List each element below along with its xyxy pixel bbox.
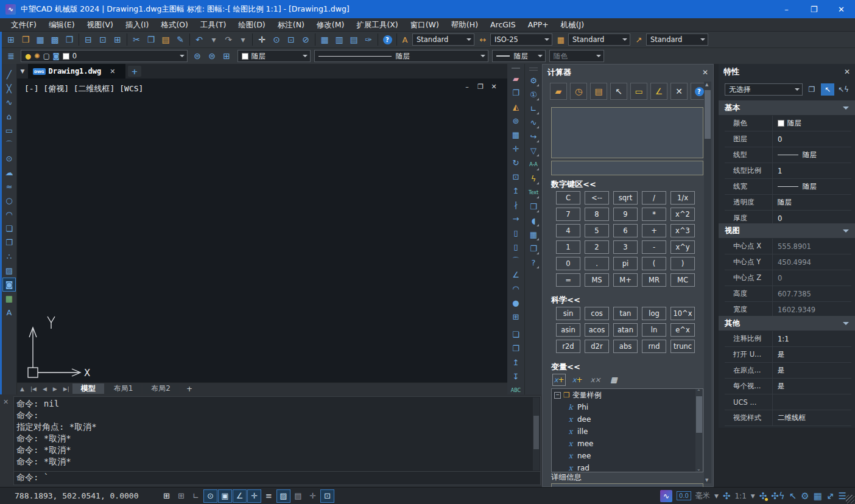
command-input[interactable]: 命令: ` bbox=[16, 472, 49, 483]
calc-key[interactable]: C bbox=[556, 191, 580, 205]
menu-item[interactable]: 编辑(E) bbox=[43, 18, 81, 32]
menu-item[interactable]: 绘图(D) bbox=[232, 18, 271, 32]
toggle-pickadd-button[interactable]: ↖ϟ bbox=[837, 83, 850, 96]
layout-prev-button[interactable]: ◀ bbox=[40, 386, 50, 392]
command-window-close-icon[interactable]: ✕ bbox=[3, 398, 9, 406]
calc-key[interactable]: / bbox=[642, 191, 666, 205]
viewport-restore-button[interactable]: ❐ bbox=[476, 82, 485, 91]
tool-palettes-button[interactable]: ▤ bbox=[347, 33, 361, 46]
dynamic-input-toggle[interactable]: ✛ bbox=[247, 489, 261, 503]
break-at-point-tool[interactable]: ▯ bbox=[509, 226, 522, 240]
table-style-combo[interactable]: ▦ Standard bbox=[555, 33, 630, 46]
standard-parts-button[interactable]: ⚙ bbox=[527, 74, 540, 88]
menu-item[interactable]: 插入(I) bbox=[119, 18, 155, 32]
calc-key[interactable]: 1 bbox=[556, 240, 580, 254]
property-value[interactable]: 0 bbox=[772, 270, 851, 285]
auto-annotation-button[interactable]: ✣ϟ bbox=[771, 491, 784, 502]
text-annotation-button[interactable]: Text bbox=[527, 186, 540, 200]
scale-tool[interactable]: ⊡ bbox=[509, 170, 522, 184]
property-value[interactable]: 二维线框 bbox=[772, 410, 851, 425]
menu-item[interactable]: 修改(M) bbox=[311, 18, 351, 32]
minimize-button[interactable]: – bbox=[773, 0, 800, 18]
design-center-button[interactable]: ▥ bbox=[332, 33, 347, 46]
calc-key[interactable]: 4 bbox=[556, 224, 580, 237]
cut-button[interactable]: ✂ bbox=[129, 33, 144, 46]
toolbar-grip[interactable] bbox=[512, 68, 520, 69]
layer-states-button[interactable]: ⊞ bbox=[219, 49, 234, 63]
keypad-section-title[interactable]: 数字键区<< bbox=[551, 179, 596, 190]
calculator-history-box[interactable] bbox=[551, 107, 703, 158]
transparency-toggle[interactable]: ▨ bbox=[276, 489, 290, 503]
make-block-tool[interactable]: ❐ bbox=[2, 236, 16, 250]
ellipse-tool[interactable]: ○ bbox=[2, 194, 16, 208]
calc-sci-key[interactable]: sin bbox=[556, 307, 580, 320]
toolbar-grip[interactable] bbox=[529, 68, 538, 71]
rotate-tool[interactable]: ↻ bbox=[509, 156, 522, 170]
calc-key[interactable]: 0 bbox=[556, 257, 580, 270]
zoom-realtime-button[interactable]: ⊙ bbox=[269, 33, 284, 46]
mleader-style-combo[interactable]: ↗ Standard bbox=[633, 33, 708, 46]
symbol-horn-button[interactable]: ◖ bbox=[527, 214, 540, 228]
array-tool[interactable]: ▦ bbox=[509, 128, 522, 142]
annotation-scale-value[interactable]: 1:1 bbox=[734, 492, 746, 500]
calculator-header[interactable]: 计算器 ✕ bbox=[543, 65, 713, 80]
property-value[interactable]: 随层 bbox=[772, 116, 851, 131]
calc-sci-key[interactable]: tan bbox=[613, 307, 638, 320]
paste-button[interactable]: ▤ bbox=[158, 33, 173, 46]
property-value[interactable]: 1602.9349 bbox=[772, 302, 851, 317]
section-symbol-button[interactable]: A-A bbox=[527, 158, 540, 172]
move-tool[interactable]: ✛ bbox=[509, 142, 522, 156]
layout-next-button[interactable]: ▶ bbox=[50, 386, 60, 392]
color-combo[interactable]: 随层 bbox=[237, 50, 311, 62]
hatch-tool[interactable]: ▨ bbox=[2, 264, 16, 278]
property-value[interactable]: 是 bbox=[772, 347, 851, 362]
calc-sci-key[interactable]: ln bbox=[642, 323, 666, 337]
erase-tool[interactable]: ▰ bbox=[509, 72, 522, 86]
send-to-back-tool[interactable]: ❐ bbox=[509, 341, 522, 355]
menu-item[interactable]: APP+ bbox=[522, 18, 555, 32]
break-tool[interactable]: ▯ bbox=[509, 240, 522, 254]
fillet-tool[interactable]: ◠ bbox=[509, 282, 522, 296]
calc-key[interactable]: - bbox=[642, 240, 666, 254]
save-button[interactable]: ▦ bbox=[33, 33, 47, 46]
trim-tool[interactable]: ∤ bbox=[509, 198, 522, 212]
extend-tool[interactable]: → bbox=[509, 212, 522, 226]
block-library-button[interactable]: ❒ bbox=[527, 200, 540, 214]
return-to-calculator-button[interactable]: ▦ bbox=[607, 374, 621, 386]
new-document-tab-button[interactable]: + bbox=[128, 66, 141, 77]
calc-key[interactable]: ) bbox=[670, 257, 695, 270]
calc-sci-key[interactable]: atan bbox=[613, 323, 638, 337]
menu-item[interactable]: 文件(F) bbox=[5, 18, 43, 32]
menu-item[interactable]: 机械(J) bbox=[555, 18, 590, 32]
arc-tool[interactable]: ⌒ bbox=[2, 138, 16, 152]
calc-key[interactable]: 9 bbox=[613, 208, 638, 221]
calc-key[interactable]: . bbox=[585, 257, 609, 270]
menu-item[interactable]: 标注(N) bbox=[272, 18, 311, 32]
linetype-combo[interactable]: 随层 bbox=[314, 50, 488, 62]
document-tab-close-icon[interactable]: ✕ bbox=[110, 68, 115, 75]
calculator-input-field[interactable] bbox=[551, 161, 703, 175]
stretch-tool[interactable]: ↥ bbox=[509, 184, 522, 198]
make-object-layer-current-button[interactable]: ⊜ bbox=[190, 49, 205, 63]
units-label[interactable]: 毫米 bbox=[695, 491, 710, 501]
resize-grip[interactable] bbox=[846, 495, 854, 503]
send-under-objects-tool[interactable]: ↧ bbox=[509, 369, 522, 383]
property-value[interactable]: 是 bbox=[772, 379, 851, 394]
layout-last-button[interactable]: ▶| bbox=[60, 386, 72, 392]
tree-collapse-icon[interactable]: − bbox=[554, 392, 561, 399]
calc-key[interactable]: * bbox=[642, 208, 666, 221]
clear-button[interactable]: ▰ bbox=[550, 83, 567, 100]
print-preview-button[interactable]: ⊡ bbox=[96, 33, 110, 46]
calc-sci-key[interactable]: trunc bbox=[670, 340, 695, 353]
annotation-scale-dropdown-icon[interactable]: ▼ bbox=[751, 493, 755, 499]
plotstyle-combo[interactable]: 随色 bbox=[549, 50, 604, 62]
calc-key[interactable]: + bbox=[642, 224, 666, 237]
section-basic-header[interactable]: 基本 bbox=[719, 100, 855, 115]
calculator-scrollbar[interactable] bbox=[704, 82, 711, 483]
calc-key[interactable]: M+ bbox=[613, 273, 638, 287]
table-tool[interactable]: ▦ bbox=[2, 292, 16, 306]
layout-tab[interactable]: 布局1 bbox=[105, 383, 142, 394]
line-tool[interactable]: ╱ bbox=[2, 68, 16, 82]
calc-key[interactable]: 5 bbox=[585, 224, 609, 237]
calc-key[interactable]: sqrt bbox=[613, 191, 638, 205]
